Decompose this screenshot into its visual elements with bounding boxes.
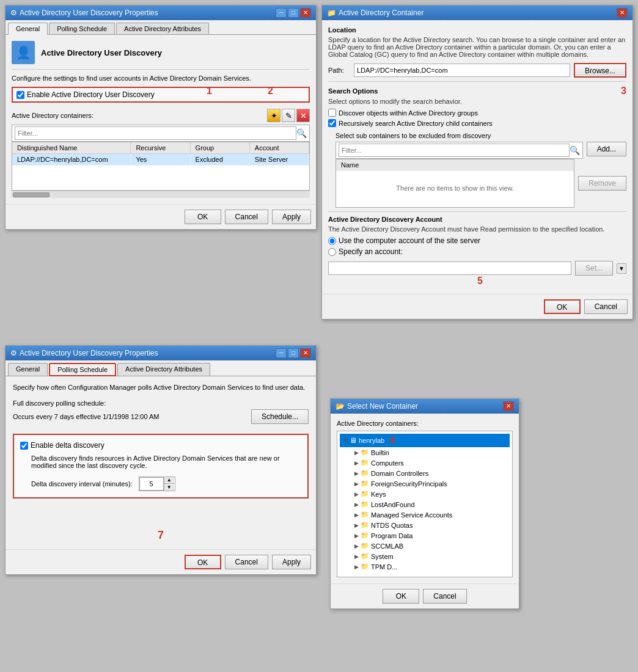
tab-attributes-3[interactable]: Active Directory Attributes [117,363,210,376]
table-row[interactable]: LDAP://DC=henrylab,DC=com Yes Excluded S… [12,154,309,166]
tab-general-3[interactable]: General [8,363,48,376]
sccm-icon: 📁 [361,542,369,550]
enable-delta-container[interactable]: Enable delta discovery [20,441,301,450]
window-content-3: Specify how often Configuration Manager … [6,376,316,549]
laf-icon: 📁 [361,500,369,508]
toolbar-1: ✦ ✎ ✕ [267,109,310,122]
tree-label-laf: LostAndFound [371,501,415,508]
discovery-account-label: Active Directory Discovery Account [328,216,626,223]
tab-polling-1[interactable]: Polling Schedule [49,23,115,34]
close-btn-2[interactable]: ✕ [617,8,628,18]
titlebar-4: 📂 Select New Container ✕ [331,399,519,414]
ok-btn-3[interactable]: OK [185,555,221,569]
maximize-btn-3[interactable]: □ [288,348,299,358]
separator-1 [328,81,626,82]
tpm-icon: 📁 [361,563,369,571]
close-btn-3[interactable]: ✕ [300,348,311,358]
filter-input-1[interactable] [15,126,296,140]
annotation-4: 4 [389,435,395,446]
tree-container[interactable]: ▼ 🖥 henrylab 4 ▶ 📁 Builtin ▶ 📁 Computers… [337,431,513,577]
radio1-container[interactable]: Use the computer account of the site ser… [328,236,626,245]
radio1-label: Use the computer account of the site ser… [339,236,480,245]
delta-spinbox[interactable]: ▲ ▼ [139,477,175,491]
spin-down[interactable]: ▼ [164,484,174,491]
cancel-btn-3[interactable]: Cancel [225,555,268,569]
spin-up[interactable]: ▲ [164,477,174,484]
sub-filter-input[interactable] [339,144,570,157]
tree-item-laf[interactable]: ▶ 📁 LostAndFound [340,499,510,509]
discovery-account-desc: The Active Directory Discovery Account m… [328,225,626,233]
titlebar-1: ⚙ Active Directory User Discovery Proper… [6,5,316,20]
window-ad-properties-1: ⚙ Active Directory User Discovery Proper… [5,5,317,230]
scrollbar-h-1[interactable] [12,191,310,198]
col-recursive: Recursive [131,142,190,153]
titlebar-icon-4: 📂 [336,402,345,411]
set-btn[interactable]: Set... [575,261,613,276]
search-options-header: Search Options 3 [328,86,626,97]
close-btn-4[interactable]: ✕ [503,401,514,411]
check2[interactable] [328,119,336,127]
tree-item-builtin[interactable]: ▶ 📁 Builtin [340,447,510,458]
minimize-btn-3[interactable]: ─ [276,348,287,358]
set-dropdown[interactable]: ▼ [617,263,626,274]
sub-col-name: Name [336,159,574,171]
btn-bar-4: OK Cancel [331,583,519,608]
add-btn[interactable]: Add... [587,142,626,156]
enable-delta-check[interactable] [20,442,28,450]
path-input[interactable] [354,64,570,77]
tab-polling-3[interactable]: Polling Schedule [49,363,116,376]
sub-containers-section: Select sub containers to be excluded fro… [328,132,626,208]
close-btn-1[interactable]: ✕ [300,8,311,18]
window-content-4: Active Directory containers: ▼ 🖥 henryla… [331,414,519,583]
check1[interactable] [328,109,336,117]
remove-btn[interactable]: Remove [578,176,626,191]
spacer-3 [13,499,309,517]
apply-btn-1[interactable]: Apply [272,210,311,224]
check2-container[interactable]: Recursively search Active Directory chil… [328,119,626,127]
radio1[interactable] [328,237,336,245]
cancel-btn-1[interactable]: Cancel [225,210,268,224]
tree-item-msa[interactable]: ▶ 📁 Managed Service Accounts [340,509,510,520]
scrollbar-thumb-1[interactable] [13,192,50,197]
minimize-btn-1[interactable]: ─ [276,8,287,18]
ok-btn-2[interactable]: OK [544,299,581,314]
expander-system: ▶ [352,553,361,560]
ok-btn-4[interactable]: OK [383,589,419,604]
tree-item-ntds[interactable]: ▶ 📁 NTDS Quotas [340,520,510,530]
maximize-btn-1[interactable]: □ [288,8,299,18]
browse-btn[interactable]: Browse... [574,63,626,78]
radio2[interactable] [328,248,336,256]
delta-interval-input[interactable] [139,477,164,491]
tree-item-dc[interactable]: ▶ 📁 Domain Controllers [340,468,510,478]
tab-general-1[interactable]: General [8,23,48,35]
separator-2 [328,211,626,212]
delete-container-btn[interactable]: ✕ [296,109,310,122]
tree-item-root[interactable]: ▼ 🖥 henrylab 4 [340,434,510,447]
tree-item-sccm[interactable]: ▶ 📁 SCCMLAB [340,541,510,551]
location-section-title: Location [328,26,626,34]
titlebar-icon-2: 📁 [327,9,336,17]
radio2-container[interactable]: Specify an account: [328,247,626,256]
tree-item-tpm[interactable]: ▶ 📁 TPM D... [340,561,510,572]
tree-item-fsp[interactable]: ▶ 📁 ForeignSecurityPrincipals [340,478,510,489]
expander-pd: ▶ [352,533,361,539]
enable-checkbox[interactable] [16,91,24,99]
tree-label-keys: Keys [371,491,386,498]
expander-tpm: ▶ [352,564,361,570]
enable-checkbox-container[interactable]: Enable Active Directory User Discovery [12,87,310,103]
tree-item-system[interactable]: ▶ 📁 System [340,551,510,561]
tree-item-computers[interactable]: ▶ 📁 Computers [340,458,510,468]
tree-item-keys[interactable]: ▶ 📁 Keys [340,489,510,499]
add-container-btn[interactable]: ✦ [267,109,280,122]
apply-btn-3[interactable]: Apply [272,555,311,569]
tab-attributes-1[interactable]: Active Directory Attributes [116,23,209,34]
edit-container-btn[interactable]: ✎ [282,109,295,122]
schedule-btn[interactable]: Schedule... [251,409,309,424]
cancel-btn-4[interactable]: Cancel [423,589,466,604]
tree-item-pd[interactable]: ▶ 📁 Program Data [340,530,510,541]
cancel-btn-2[interactable]: Cancel [584,299,628,314]
tree-label-system: System [371,553,394,560]
fsp-icon: 📁 [361,480,369,488]
check1-container[interactable]: Discover objects within Active Directory… [328,109,626,117]
ok-btn-1[interactable]: OK [185,210,221,224]
